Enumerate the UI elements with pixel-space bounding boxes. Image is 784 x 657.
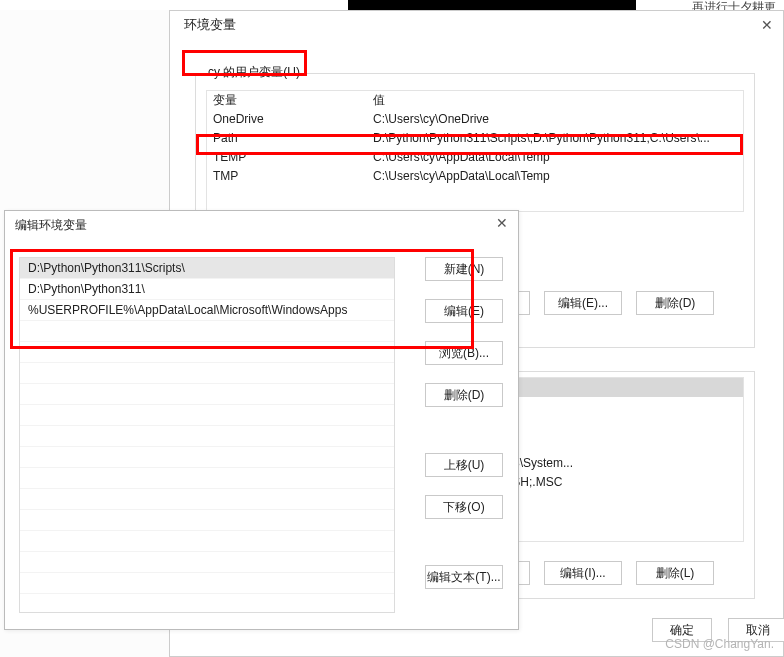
table-row[interactable]: TMP C:\Users\cy\AppData\Local\Temp: [207, 167, 743, 186]
close-icon[interactable]: ✕: [496, 215, 508, 231]
edit-side-buttons: 新建(N) 编辑(E) 浏览(B)... 删除(D) 上移(U) 下移(O) 编…: [425, 257, 505, 589]
browse-button[interactable]: 浏览(B)...: [425, 341, 503, 365]
edit-button[interactable]: 编辑(E): [425, 299, 503, 323]
table-row[interactable]: TEMP C:\Users\cy\AppData\Local\Temp: [207, 148, 743, 167]
table-header: 变量 值: [207, 91, 743, 110]
list-item[interactable]: D:\Python\Python311\Scripts\: [20, 258, 394, 279]
delete-sys-button[interactable]: 删除(L): [636, 561, 714, 585]
move-down-button[interactable]: 下移(O): [425, 495, 503, 519]
delete-user-button[interactable]: 删除(D): [636, 291, 714, 315]
dialog-title: 环境变量: [184, 16, 236, 34]
user-variables-table[interactable]: 变量 值 OneDrive C:\Users\cy\OneDrive Path …: [206, 90, 744, 212]
edit-user-button[interactable]: 编辑(E)...: [544, 291, 622, 315]
watermark: CSDN @ChangYan.: [665, 637, 774, 651]
new-button[interactable]: 新建(N): [425, 257, 503, 281]
user-group-label: cy 的用户变量(U): [204, 64, 304, 81]
table-row-path[interactable]: Path D:\Python\Python311\Scripts\;D:\Pyt…: [207, 129, 743, 148]
path-list[interactable]: D:\Python\Python311\Scripts\ D:\Python\P…: [19, 257, 395, 613]
table-row[interactable]: OneDrive C:\Users\cy\OneDrive: [207, 110, 743, 129]
col-variable: 变量: [207, 91, 367, 110]
edit-text-button[interactable]: 编辑文本(T)...: [425, 565, 503, 589]
list-item[interactable]: D:\Python\Python311\: [20, 279, 394, 300]
list-item[interactable]: %USERPROFILE%\AppData\Local\Microsoft\Wi…: [20, 300, 394, 321]
edit-env-variable-dialog: 编辑环境变量 ✕ D:\Python\Python311\Scripts\ D:…: [4, 210, 519, 630]
col-value: 值: [367, 91, 743, 110]
dialog-title: 编辑环境变量: [15, 217, 87, 234]
move-up-button[interactable]: 上移(U): [425, 453, 503, 477]
delete-button[interactable]: 删除(D): [425, 383, 503, 407]
edit-sys-button[interactable]: 编辑(I)...: [544, 561, 622, 585]
close-icon[interactable]: ✕: [761, 17, 773, 33]
